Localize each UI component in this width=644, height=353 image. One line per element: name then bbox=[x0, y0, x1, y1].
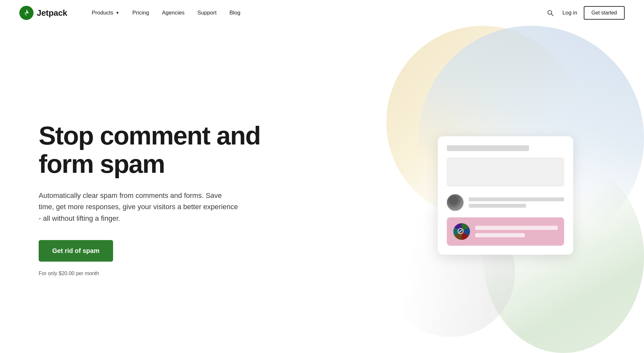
svg-point-2 bbox=[548, 11, 552, 14]
svg-marker-0 bbox=[26, 9, 29, 13]
logo-link[interactable]: Jetpack bbox=[19, 6, 67, 20]
mock-spam-lines bbox=[475, 226, 558, 237]
login-link[interactable]: Log in bbox=[562, 10, 577, 16]
nav-support[interactable]: Support bbox=[192, 7, 222, 19]
mock-spam-avatar: ⊘ bbox=[453, 223, 470, 240]
mock-avatar bbox=[447, 194, 464, 211]
cta-button[interactable]: Get rid of spam bbox=[39, 240, 113, 262]
hero-illustration: ⊘ bbox=[438, 136, 573, 255]
mock-header-bar bbox=[447, 145, 529, 151]
mock-comment-row bbox=[447, 194, 564, 211]
nav-products[interactable]: Products ▼ bbox=[87, 7, 125, 19]
mock-comment-lines bbox=[469, 197, 564, 208]
nav-actions: Log in Get started bbox=[544, 6, 625, 20]
mock-comment-line-2 bbox=[469, 204, 526, 208]
nav-agencies[interactable]: Agencies bbox=[157, 7, 190, 19]
products-chevron-icon: ▼ bbox=[116, 11, 120, 15]
ban-icon: ⊘ bbox=[457, 227, 466, 236]
svg-marker-1 bbox=[24, 13, 26, 16]
mock-comment-line-1 bbox=[469, 197, 564, 201]
nav-links: Products ▼ Pricing Agencies Support Blog bbox=[87, 7, 544, 19]
nav-pricing[interactable]: Pricing bbox=[127, 7, 154, 19]
logo-text: Jetpack bbox=[37, 8, 67, 18]
hero-title: Stop comment and form spam bbox=[39, 122, 290, 178]
mock-avatar-image bbox=[447, 194, 464, 211]
hero-description: Automatically clear spam from comments a… bbox=[39, 190, 238, 224]
get-started-button[interactable]: Get started bbox=[584, 6, 625, 20]
mock-spam-line-1 bbox=[475, 226, 558, 230]
hero-content: Stop comment and form spam Automatically… bbox=[39, 102, 290, 276]
nav-blog[interactable]: Blog bbox=[224, 7, 245, 19]
hero-section: Stop comment and form spam Automatically… bbox=[0, 26, 644, 353]
mock-card: ⊘ bbox=[438, 136, 573, 255]
mock-spam-row: ⊘ bbox=[447, 217, 564, 246]
logo-icon bbox=[19, 6, 34, 20]
pricing-note: For only $20.00 per month bbox=[39, 271, 290, 276]
search-icon[interactable] bbox=[544, 7, 556, 19]
mock-image-placeholder bbox=[447, 157, 564, 186]
mock-spam-line-2 bbox=[475, 233, 525, 237]
svg-line-3 bbox=[551, 14, 553, 16]
navigation: Jetpack Products ▼ Pricing Agencies Supp… bbox=[0, 0, 644, 26]
